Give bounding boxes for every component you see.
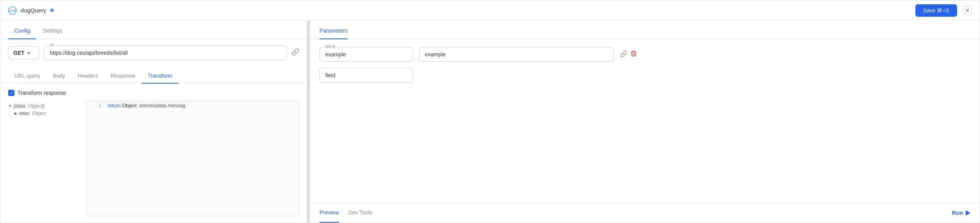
title-bar: HTTP dogQuery Save ⌘+S ✕ <box>0 0 980 21</box>
transform-body: ▼ {data: Object} ▶ data: Object 1 retu <box>8 101 299 216</box>
title-bar-right: Save ⌘+S ✕ <box>915 4 972 17</box>
link-icon-button[interactable] <box>292 48 299 57</box>
bottom-bar: Preview Dev Tools Run <box>310 202 980 223</box>
params-tabs: Parameters <box>310 21 980 39</box>
delete-param-button[interactable] <box>630 50 637 59</box>
transform-checkbox-row: ✓ Transform response <box>8 90 299 96</box>
checkmark-icon: ✓ <box>10 91 13 96</box>
url-input[interactable] <box>44 45 287 60</box>
url-label: url <box>48 42 56 47</box>
tree-item: ▼ {data: Object} <box>8 102 86 110</box>
run-label: Run <box>952 209 963 216</box>
trash-icon <box>630 50 637 57</box>
params-content: value <box>310 39 980 202</box>
run-button[interactable]: Run <box>952 209 970 216</box>
params-row-1: value <box>320 47 970 62</box>
chevron-down-icon: ▼ <box>27 51 31 55</box>
http-icon: HTTP <box>8 6 17 15</box>
sub-tab-headers[interactable]: Headers <box>71 69 104 84</box>
url-row: GET ▼ url <box>0 39 307 66</box>
svg-text:HTTP: HTTP <box>9 10 16 12</box>
app-window: HTTP dogQuery Save ⌘+S ✕ Config Settings <box>0 0 980 223</box>
sub-tab-response[interactable]: Response <box>104 69 141 84</box>
code-line-1: 1 return Object .entries(data.messag <box>86 101 299 110</box>
sub-tab-transform[interactable]: Transform <box>141 69 178 84</box>
tab-config[interactable]: Config <box>8 23 36 39</box>
dot-indicator <box>50 9 54 12</box>
tree-root-label: {data: Object} <box>14 103 44 109</box>
param-input-field2[interactable] <box>419 47 614 62</box>
value-field-wrapper-2 <box>419 47 614 62</box>
tab-parameters[interactable]: Parameters <box>320 23 348 39</box>
param-input-field1[interactable] <box>320 47 413 62</box>
transform-checkbox[interactable]: ✓ <box>8 90 14 96</box>
value-field-wrapper-1: value <box>320 47 413 62</box>
transform-section: ✓ Transform response ▼ {data: Object} ▶ … <box>0 84 307 223</box>
main-content: Config Settings GET ▼ url <box>0 21 980 223</box>
tab-settings[interactable]: Settings <box>36 23 68 39</box>
tree-child-label: data: Object <box>19 110 46 116</box>
value-label: value <box>323 44 337 49</box>
close-icon: ✕ <box>965 7 970 14</box>
sub-tab-url-query[interactable]: URL query <box>8 69 46 84</box>
field-wrapper <box>320 68 970 83</box>
params-row-2 <box>320 68 970 83</box>
sub-tab-body[interactable]: Body <box>46 69 71 84</box>
title-text: dogQuery <box>21 7 46 14</box>
link-param-icon <box>620 51 627 57</box>
save-button[interactable]: Save ⌘+S <box>915 4 957 17</box>
link-param-button[interactable] <box>620 51 627 59</box>
sub-tabs: URL query Body Headers Response Transfor… <box>0 66 307 84</box>
method-label: GET <box>13 50 25 56</box>
right-panel: Parameters value <box>310 21 980 223</box>
bottom-tabs: Preview Dev Tools <box>320 203 381 223</box>
title-bar-left: HTTP dogQuery <box>8 6 54 15</box>
code-content-1: return Object .entries(data.messag <box>107 103 185 108</box>
param-input-field3[interactable] <box>320 68 413 83</box>
tab-preview[interactable]: Preview <box>320 203 339 223</box>
method-select[interactable]: GET ▼ <box>8 46 39 59</box>
tree-child-arrow-icon: ▶ <box>14 111 18 115</box>
tree-child-item: ▶ data: Object <box>14 110 86 117</box>
tab-dev-tools[interactable]: Dev Tools <box>348 203 372 223</box>
tree-panel: ▼ {data: Object} ▶ data: Object <box>8 101 86 216</box>
top-tabs: Config Settings <box>0 21 307 39</box>
url-input-wrapper: url <box>44 45 287 60</box>
transform-checkbox-label: Transform response <box>18 90 66 96</box>
code-panel: 1 return Object .entries(data.messag <box>86 101 299 216</box>
tree-arrow-icon: ▼ <box>8 104 12 108</box>
left-panel: Config Settings GET ▼ url <box>0 21 308 223</box>
param-actions-1 <box>620 47 637 59</box>
close-button[interactable]: ✕ <box>963 6 972 15</box>
link-icon <box>292 48 299 56</box>
line-number-1: 1 <box>90 103 101 108</box>
run-triangle-icon <box>966 210 970 216</box>
